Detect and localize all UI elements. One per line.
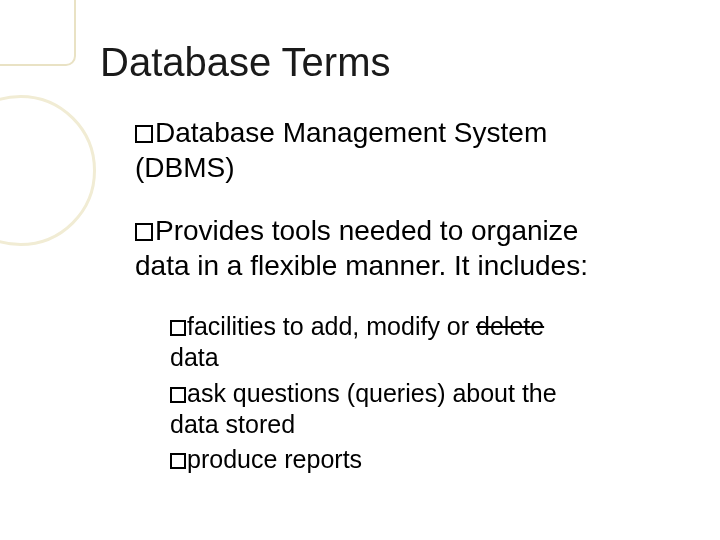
subbullet-questions: ask questions (queries) about the data s… (170, 378, 660, 441)
subbullet-facilities-strike: delete (476, 312, 544, 340)
subbullet-questions-line2: data stored (170, 410, 295, 438)
square-bullet-icon (170, 320, 186, 336)
subbullet-facilities: facilities to add, modify or delete data (170, 311, 660, 374)
subbullet-facilities-line2: data (170, 343, 219, 371)
bullet-dbms-line1: Database Management System (155, 117, 547, 148)
subbullet-reports-text: produce reports (187, 445, 362, 473)
square-bullet-icon (170, 453, 186, 469)
bullet-provides-line2: data in a flexible manner. It includes: (135, 250, 588, 281)
bullet-dbms-line2: (DBMS) (135, 152, 235, 183)
square-bullet-icon (135, 223, 153, 241)
bullet-provides: Provides tools needed to organize data i… (135, 213, 660, 283)
slide-content: Database Terms Database Management Syste… (0, 0, 720, 540)
subbullet-questions-line1: ask questions (queries) about the (187, 379, 557, 407)
square-bullet-icon (135, 125, 153, 143)
square-bullet-icon (170, 387, 186, 403)
subbullet-facilities-text: facilities to add, modify or (187, 312, 476, 340)
bullet-provides-line1: Provides tools needed to organize (155, 215, 578, 246)
subbullet-reports: produce reports (170, 444, 660, 475)
bullet-dbms: Database Management System (DBMS) (135, 115, 660, 185)
slide-title: Database Terms (100, 40, 660, 85)
